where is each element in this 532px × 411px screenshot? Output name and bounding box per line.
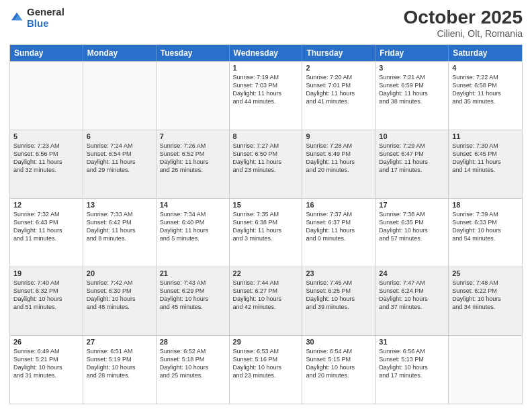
week-row-1: 1Sunrise: 7:19 AM Sunset: 7:03 PM Daylig… <box>10 61 522 130</box>
day-number: 3 <box>379 64 445 72</box>
cell-text: Sunrise: 7:35 AM Sunset: 6:38 PM Dayligh… <box>233 210 299 243</box>
day-number: 22 <box>233 269 299 277</box>
cal-cell: 28Sunrise: 6:52 AM Sunset: 5:18 PM Dayli… <box>157 336 230 404</box>
day-number: 11 <box>452 132 519 140</box>
cal-cell: 1Sunrise: 7:19 AM Sunset: 7:03 PM Daylig… <box>230 62 303 130</box>
cal-cell: 25Sunrise: 7:48 AM Sunset: 6:22 PM Dayli… <box>449 267 522 335</box>
cal-cell: 27Sunrise: 6:51 AM Sunset: 5:19 PM Dayli… <box>83 336 157 404</box>
day-number: 5 <box>13 132 79 140</box>
cell-text: Sunrise: 7:39 AM Sunset: 6:33 PM Dayligh… <box>452 210 519 243</box>
cal-cell: 29Sunrise: 6:53 AM Sunset: 5:16 PM Dayli… <box>230 336 303 404</box>
day-number: 28 <box>160 338 226 346</box>
cell-text: Sunrise: 7:30 AM Sunset: 6:45 PM Dayligh… <box>452 142 519 175</box>
cal-cell: 2Sunrise: 7:20 AM Sunset: 7:01 PM Daylig… <box>302 62 375 130</box>
cal-cell: 4Sunrise: 7:22 AM Sunset: 6:58 PM Daylig… <box>449 62 522 130</box>
cell-text: Sunrise: 7:34 AM Sunset: 6:40 PM Dayligh… <box>160 210 226 243</box>
day-number: 7 <box>160 132 226 140</box>
title-month: October 2025 <box>404 7 523 28</box>
logo-icon <box>9 9 24 27</box>
day-number: 9 <box>306 132 371 140</box>
day-number: 20 <box>87 269 152 277</box>
cell-text: Sunrise: 7:21 AM Sunset: 6:59 PM Dayligh… <box>379 73 445 106</box>
cal-cell: 30Sunrise: 6:54 AM Sunset: 5:15 PM Dayli… <box>302 336 375 404</box>
cal-cell <box>449 336 522 404</box>
day-number: 14 <box>160 201 226 209</box>
day-number: 29 <box>233 338 299 346</box>
cell-text: Sunrise: 7:43 AM Sunset: 6:29 PM Dayligh… <box>160 279 226 312</box>
cal-cell: 15Sunrise: 7:35 AM Sunset: 6:38 PM Dayli… <box>230 199 303 267</box>
cell-text: Sunrise: 7:40 AM Sunset: 6:32 PM Dayligh… <box>13 279 79 312</box>
day-number: 13 <box>87 201 152 209</box>
cell-text: Sunrise: 7:48 AM Sunset: 6:22 PM Dayligh… <box>452 279 519 312</box>
cal-cell: 24Sunrise: 7:47 AM Sunset: 6:24 PM Dayli… <box>375 267 449 335</box>
cell-text: Sunrise: 7:45 AM Sunset: 6:25 PM Dayligh… <box>306 279 371 312</box>
cal-cell: 17Sunrise: 7:38 AM Sunset: 6:35 PM Dayli… <box>375 199 449 267</box>
page: General Blue October 2025 Cilieni, Olt, … <box>0 0 532 411</box>
day-number: 19 <box>13 269 79 277</box>
cell-text: Sunrise: 7:29 AM Sunset: 6:47 PM Dayligh… <box>379 142 445 175</box>
cell-text: Sunrise: 6:52 AM Sunset: 5:18 PM Dayligh… <box>160 347 226 380</box>
cell-text: Sunrise: 6:54 AM Sunset: 5:15 PM Dayligh… <box>306 347 371 380</box>
logo-text-blue: Blue <box>27 18 64 30</box>
col-header-wednesday: Wednesday <box>230 45 303 61</box>
day-number: 23 <box>306 269 371 277</box>
cell-text: Sunrise: 7:42 AM Sunset: 6:30 PM Dayligh… <box>87 279 152 312</box>
cal-cell: 21Sunrise: 7:43 AM Sunset: 6:29 PM Dayli… <box>157 267 230 335</box>
day-number: 21 <box>160 269 226 277</box>
col-header-thursday: Thursday <box>302 45 375 61</box>
cell-text: Sunrise: 6:56 AM Sunset: 5:13 PM Dayligh… <box>379 347 445 380</box>
day-number: 18 <box>452 201 519 209</box>
day-number: 1 <box>233 64 299 72</box>
cal-cell: 5Sunrise: 7:23 AM Sunset: 6:56 PM Daylig… <box>10 130 83 198</box>
day-number: 26 <box>13 338 79 346</box>
cell-text: Sunrise: 6:49 AM Sunset: 5:21 PM Dayligh… <box>13 347 79 380</box>
logo: General Blue <box>9 7 64 29</box>
day-number: 16 <box>306 201 371 209</box>
day-number: 12 <box>13 201 79 209</box>
cell-text: Sunrise: 7:19 AM Sunset: 7:03 PM Dayligh… <box>233 73 299 106</box>
cal-cell: 20Sunrise: 7:42 AM Sunset: 6:30 PM Dayli… <box>83 267 157 335</box>
day-number: 27 <box>87 338 152 346</box>
week-row-4: 19Sunrise: 7:40 AM Sunset: 6:32 PM Dayli… <box>10 267 522 335</box>
cell-text: Sunrise: 7:24 AM Sunset: 6:54 PM Dayligh… <box>87 142 152 175</box>
day-number: 25 <box>452 269 519 277</box>
cell-text: Sunrise: 7:20 AM Sunset: 7:01 PM Dayligh… <box>306 73 371 106</box>
cal-cell: 18Sunrise: 7:39 AM Sunset: 6:33 PM Dayli… <box>449 199 522 267</box>
cal-cell <box>10 62 83 130</box>
day-number: 15 <box>233 201 299 209</box>
title-block: October 2025 Cilieni, Olt, Romania <box>404 7 523 39</box>
week-row-5: 26Sunrise: 6:49 AM Sunset: 5:21 PM Dayli… <box>10 335 522 404</box>
logo-text-general: General <box>27 7 64 18</box>
cal-cell: 14Sunrise: 7:34 AM Sunset: 6:40 PM Dayli… <box>157 199 230 267</box>
cal-cell: 19Sunrise: 7:40 AM Sunset: 6:32 PM Dayli… <box>10 267 83 335</box>
day-number: 2 <box>306 64 371 72</box>
calendar: SundayMondayTuesdayWednesdayThursdayFrid… <box>9 44 523 404</box>
calendar-body: 1Sunrise: 7:19 AM Sunset: 7:03 PM Daylig… <box>10 61 522 404</box>
header: General Blue October 2025 Cilieni, Olt, … <box>9 7 523 39</box>
day-number: 30 <box>306 338 371 346</box>
day-number: 6 <box>87 132 152 140</box>
cal-cell: 3Sunrise: 7:21 AM Sunset: 6:59 PM Daylig… <box>375 62 449 130</box>
cal-cell: 26Sunrise: 6:49 AM Sunset: 5:21 PM Dayli… <box>10 336 83 404</box>
cell-text: Sunrise: 6:51 AM Sunset: 5:19 PM Dayligh… <box>87 347 152 380</box>
cal-cell: 12Sunrise: 7:32 AM Sunset: 6:43 PM Dayli… <box>10 199 83 267</box>
cell-text: Sunrise: 7:26 AM Sunset: 6:52 PM Dayligh… <box>160 142 226 175</box>
col-header-saturday: Saturday <box>449 45 522 61</box>
cal-cell: 22Sunrise: 7:44 AM Sunset: 6:27 PM Dayli… <box>230 267 303 335</box>
week-row-2: 5Sunrise: 7:23 AM Sunset: 6:56 PM Daylig… <box>10 130 522 198</box>
cell-text: Sunrise: 7:28 AM Sunset: 6:49 PM Dayligh… <box>306 142 371 175</box>
col-header-tuesday: Tuesday <box>157 45 230 61</box>
cal-cell <box>157 62 230 130</box>
col-header-friday: Friday <box>375 45 449 61</box>
cal-cell: 13Sunrise: 7:33 AM Sunset: 6:42 PM Dayli… <box>83 199 157 267</box>
day-number: 8 <box>233 132 299 140</box>
cell-text: Sunrise: 7:37 AM Sunset: 6:37 PM Dayligh… <box>306 210 371 243</box>
title-location: Cilieni, Olt, Romania <box>404 28 523 39</box>
cell-text: Sunrise: 7:44 AM Sunset: 6:27 PM Dayligh… <box>233 279 299 312</box>
col-header-sunday: Sunday <box>10 45 83 61</box>
cell-text: Sunrise: 7:47 AM Sunset: 6:24 PM Dayligh… <box>379 279 445 312</box>
cal-cell: 10Sunrise: 7:29 AM Sunset: 6:47 PM Dayli… <box>375 130 449 198</box>
cal-cell: 23Sunrise: 7:45 AM Sunset: 6:25 PM Dayli… <box>302 267 375 335</box>
cell-text: Sunrise: 7:38 AM Sunset: 6:35 PM Dayligh… <box>379 210 445 243</box>
cal-cell <box>83 62 157 130</box>
